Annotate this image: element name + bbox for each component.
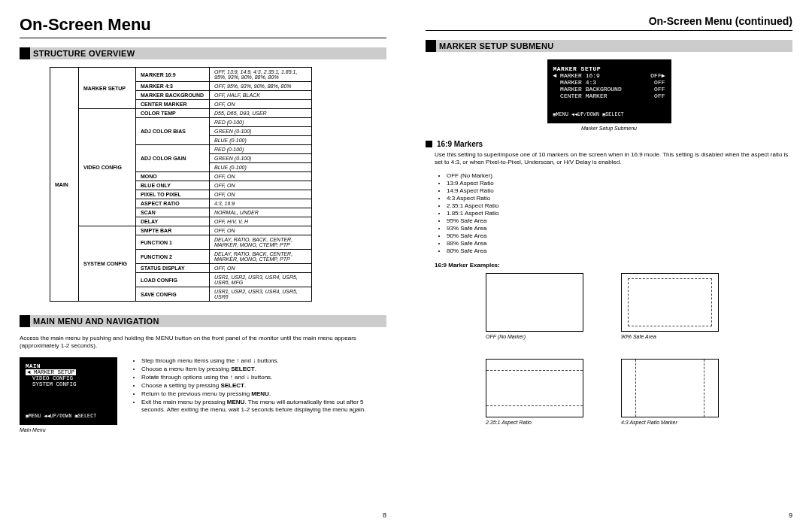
list-item: 90% Safe Area <box>447 232 792 239</box>
page-title: On-Screen Menu <box>20 15 386 38</box>
list-item: 4:3 Aspect Ratio <box>447 195 792 202</box>
page-number: 8 <box>383 511 386 519</box>
section-marker: MARKER SETUP SUBMENU <box>426 40 792 52</box>
nav-bullets: Step through menu items using the ↑ and … <box>141 357 386 432</box>
list-item: Step through menu items using the ↑ and … <box>141 357 386 365</box>
osd-main-menu: MAIN ◄ MARKER SETUP VIDEO CONFIG SYSTEM … <box>20 357 117 425</box>
thumbnail: OFF (No Marker) <box>486 273 583 339</box>
thumbnail: 4:3 Aspect Ratio Marker <box>621 359 719 425</box>
list-item: 13:9 Aspect Ratio <box>447 180 792 187</box>
nav-intro: Access the main menu by pushing and hold… <box>20 335 386 350</box>
section-structure: STRUCTURE OVERVIEW <box>20 47 386 59</box>
page-spread: On-Screen Menu STRUCTURE OVERVIEW MAINMA… <box>0 0 812 525</box>
osd-main-wrap: MAIN ◄ MARKER SETUP VIDEO CONFIG SYSTEM … <box>20 357 117 432</box>
list-item: Rotate through options using the ↑ and ↓… <box>141 374 386 381</box>
thumbnail-grid: OFF (No Marker)90% Safe Area2.35:1 Aspec… <box>486 273 792 425</box>
nav-row: MAIN ◄ MARKER SETUP VIDEO CONFIG SYSTEM … <box>20 357 386 432</box>
subhead-body: Use this setting to superimpose one of 1… <box>435 151 792 166</box>
list-item: 14:9 Aspect Ratio <box>447 187 792 194</box>
osd-marker-menu: MARKER SETUP ◄ MARKER 16:9OFF▶ MARKER 4:… <box>547 59 671 123</box>
osd-caption: Marker Setup Submenu <box>581 126 637 131</box>
list-item: OFF (No Marker) <box>447 172 792 179</box>
thumbnail: 2.35:1 Aspect Ratio <box>486 359 583 425</box>
section-nav: MAIN MENU AND NAVIGATION <box>20 315 386 327</box>
options-list: OFF (No Marker)13:9 Aspect Ratio14:9 Asp… <box>447 172 792 254</box>
subhead-169: 16:9 Markers <box>426 140 792 148</box>
page-left: On-Screen Menu STRUCTURE OVERVIEW MAINMA… <box>0 0 406 525</box>
list-item: 95% Safe Area <box>447 217 792 224</box>
list-item: Choose a setting by pressing SELECT. <box>141 382 386 390</box>
examples-label: 16:9 Marker Examples: <box>435 262 792 269</box>
list-item: 1.85:1 Aspect Ratio <box>447 210 792 217</box>
list-item: Return to the previous menu by pressing … <box>141 390 386 398</box>
structure-table: MAINMARKER SETUPMARKER 16:9OFF, 13:9, 14… <box>20 67 386 302</box>
page-number: 9 <box>789 511 792 519</box>
list-item: 2.35:1 Aspect Ratio <box>447 202 792 209</box>
osd-marker-wrap: MARKER SETUP ◄ MARKER 16:9OFF▶ MARKER 4:… <box>426 59 792 131</box>
list-item: 93% Safe Area <box>447 225 792 232</box>
thumbnail: 90% Safe Area <box>621 273 719 339</box>
page-title: On-Screen Menu (continued) <box>426 15 792 31</box>
list-item: Choose a menu item by pressing SELECT. <box>141 366 386 373</box>
list-item: 88% Safe Area <box>447 240 792 247</box>
list-item: 80% Safe Area <box>447 247 792 254</box>
list-item: Exit the main menu by pressing MENU. The… <box>141 399 386 414</box>
page-right: On-Screen Menu (continued) MARKER SETUP … <box>406 0 812 525</box>
osd-caption: Main Menu <box>20 427 117 432</box>
